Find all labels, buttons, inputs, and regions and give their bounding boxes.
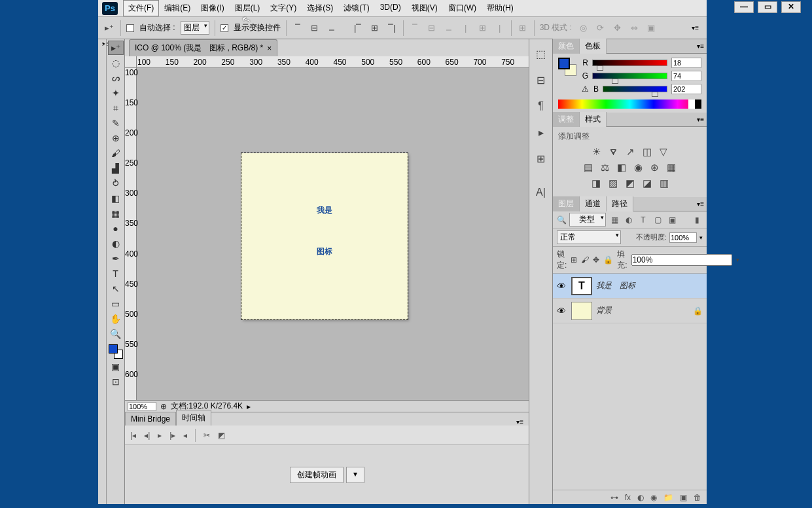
tab-layers[interactable]: 图层 (553, 196, 580, 211)
fx-icon[interactable]: fx (625, 493, 631, 502)
bot-flyout-icon[interactable]: ▾≡ (516, 418, 523, 426)
lock-all-icon[interactable]: 🔒 (603, 255, 613, 264)
g-slider[interactable] (592, 73, 667, 79)
filter-type-icon[interactable]: T (637, 215, 649, 225)
b-slider[interactable] (603, 86, 667, 92)
audio-icon[interactable]: ◂ (183, 431, 187, 440)
zoom-tool[interactable]: 🔍 (108, 327, 124, 341)
blur-tool[interactable]: ● (108, 221, 124, 236)
filter-shape-icon[interactable]: ▢ (652, 215, 663, 225)
actions-panel-icon[interactable]: ▸ (533, 123, 550, 141)
auto-select-checkbox[interactable] (126, 24, 134, 32)
menu-5[interactable]: 选择(S) (302, 0, 338, 16)
menu-1[interactable]: 编辑(E) (159, 0, 196, 16)
menu-2[interactable]: 图像(I) (196, 0, 229, 16)
scissors-icon[interactable]: ✂ (203, 431, 210, 440)
group-icon[interactable]: 📁 (663, 493, 673, 502)
menu-4[interactable]: 文字(Y) (265, 0, 302, 16)
gradient-tool[interactable]: ▦ (108, 206, 124, 221)
link-icon[interactable]: ⊶ (610, 493, 618, 502)
opacity-input[interactable] (669, 232, 697, 243)
photo-filter-icon[interactable]: ◉ (634, 162, 643, 173)
first-frame-icon[interactable]: |◂ (130, 431, 136, 440)
eraser-tool[interactable]: ◧ (108, 191, 124, 206)
transition-icon[interactable]: ◩ (218, 431, 225, 440)
optbar-flyout-icon[interactable]: ▾≡ (692, 24, 699, 31)
filter-pixel-icon[interactable]: ▦ (609, 215, 620, 225)
layer-item[interactable]: 👁T我是 图标 (553, 274, 707, 299)
brightness-icon[interactable]: ☀ (592, 146, 601, 158)
lookup-icon[interactable]: ▦ (667, 162, 676, 173)
new-layer-icon[interactable]: ▣ (680, 493, 687, 502)
align-hcenter-icon[interactable]: ⊞ (369, 22, 381, 34)
artboard[interactable]: 我是图标 (241, 153, 408, 319)
exposure-icon[interactable]: ◫ (643, 146, 652, 158)
visibility-icon[interactable]: 👁 (557, 306, 567, 316)
3d-panel-icon[interactable]: ⬚ (533, 45, 550, 63)
lasso-tool[interactable]: ᔕ (108, 71, 124, 85)
props-panel-icon[interactable]: ⊟ (533, 71, 550, 89)
curves-icon[interactable]: ↗ (626, 146, 635, 158)
brush-tool[interactable]: 🖌 (108, 146, 124, 160)
lock-pos-icon[interactable]: ✥ (593, 255, 599, 264)
threshold-icon[interactable]: ◩ (626, 177, 635, 189)
panel-swatch[interactable] (558, 58, 576, 76)
pen-tool[interactable]: ✒ (108, 251, 124, 266)
g-input[interactable] (671, 71, 701, 81)
menu-0[interactable]: 文件(F) (123, 0, 159, 16)
hand-tool[interactable]: ✋ (108, 312, 124, 326)
stamp-tool[interactable]: ▟ (108, 161, 124, 175)
gradmap-icon[interactable]: ◪ (643, 177, 652, 189)
eyedropper-tool[interactable]: ✎ (108, 116, 124, 130)
wand-tool[interactable]: ✦ (108, 86, 124, 100)
shape-tool[interactable]: ▭ (108, 297, 124, 311)
levels-icon[interactable]: ⛛ (609, 146, 618, 158)
colorbal-icon[interactable]: ⚖ (601, 162, 609, 173)
menu-6[interactable]: 滤镜(T) (338, 0, 374, 16)
next-frame-icon[interactable]: |▸ (169, 431, 175, 440)
heal-tool[interactable]: ⊕ (108, 131, 124, 145)
tab-swatches[interactable]: 色板 (580, 39, 607, 54)
menu-10[interactable]: 帮助(H) (482, 0, 519, 16)
filter-type-select[interactable]: 类型 (569, 213, 606, 227)
tab-channels[interactable]: 通道 (580, 196, 607, 211)
color-swatch[interactable] (109, 344, 123, 359)
prev-frame-icon[interactable]: ◂| (144, 431, 150, 440)
close-button[interactable]: ✕ (781, 1, 801, 13)
char-panel-icon[interactable]: ¶ (533, 97, 550, 115)
type-tool[interactable]: T (108, 266, 124, 281)
tab-styles[interactable]: 样式 (580, 112, 607, 127)
move-tool[interactable]: ▸⁺ (108, 41, 124, 55)
fill-input[interactable] (631, 254, 732, 266)
adj-flyout-icon[interactable]: ▾≡ (697, 116, 704, 123)
maximize-button[interactable]: ▭ (758, 1, 777, 13)
play-icon[interactable]: ▸ (158, 431, 162, 440)
color-flyout-icon[interactable]: ▾≡ (697, 43, 704, 50)
visibility-icon[interactable]: 👁 (557, 281, 567, 291)
selcolor-icon[interactable]: ▥ (660, 177, 669, 189)
mask-icon[interactable]: ◐ (637, 493, 644, 502)
menu-9[interactable]: 窗口(W) (443, 0, 482, 16)
menu-8[interactable]: 视图(V) (406, 0, 443, 16)
layer-item[interactable]: 👁背景🔒 (553, 299, 707, 323)
r-slider[interactable] (592, 60, 667, 66)
history-brush-tool[interactable]: ⥁ (108, 176, 124, 190)
layers-flyout-icon[interactable]: ▾≡ (697, 200, 704, 208)
dodge-tool[interactable]: ◐ (108, 236, 124, 251)
fill-adj-icon[interactable]: ◉ (650, 493, 657, 502)
poster-icon[interactable]: ▨ (609, 177, 618, 189)
menu-7[interactable]: 3D(D) (375, 0, 406, 16)
document-tab[interactable]: ICO @ 100% (我是 图标 , RGB/8) * × (129, 39, 277, 56)
create-frame-dropdown[interactable]: ▾ (346, 467, 364, 483)
canvas-viewport[interactable]: 我是图标 (137, 68, 529, 400)
minimize-button[interactable]: — (734, 1, 754, 13)
bw-icon[interactable]: ◧ (617, 162, 626, 173)
tab-timeline[interactable]: 时间轴 (176, 410, 211, 426)
align-right-icon[interactable]: ⎺| (386, 22, 398, 34)
history-panel-icon[interactable]: ⊞ (533, 149, 550, 168)
fg-color[interactable] (109, 344, 118, 354)
filter-toggle[interactable]: ▮ (691, 215, 703, 225)
path-tool[interactable]: ↖ (108, 281, 124, 296)
quickmask-tool[interactable]: ▣ (108, 359, 124, 374)
zoom-input[interactable] (128, 402, 156, 411)
